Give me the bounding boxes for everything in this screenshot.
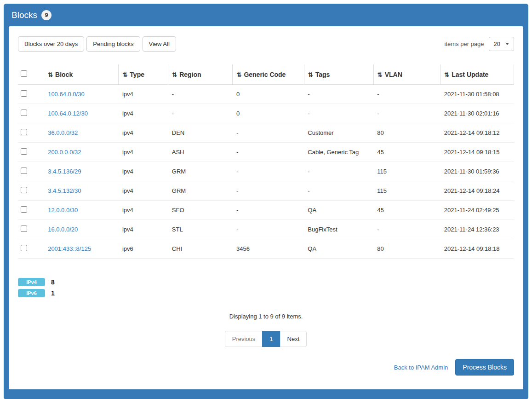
block-link[interactable]: 100.64.0.0/30 [48,91,85,98]
filter-button-pending-blocks[interactable]: Pending blocks [86,36,140,52]
sort-icon: ⇅ [48,71,53,78]
paging-summary: Displaying 1 to 9 of 9 items. [18,313,514,320]
row-checkbox[interactable] [21,168,27,174]
legend-count-ipv4: 8 [51,278,55,286]
sort-icon: ⇅ [172,71,177,78]
column-header-vlan[interactable]: ⇅VLAN [373,64,440,85]
cell-generic-code: 0 [233,104,304,123]
cell-vlan: - [373,104,440,123]
next-page-button[interactable]: Next [280,331,307,347]
cell-region: - [168,104,233,123]
block-link[interactable]: 36.0.0.0/32 [48,129,78,136]
table-row: 16.0.0.0/20ipv4STL-BugFixTest-2021-11-24… [18,220,514,239]
cell-tags: Customer [304,123,373,143]
filter-buttons: Blocks over 20 daysPending blocksView Al… [18,36,178,52]
cell-tags: QA [304,239,373,259]
back-to-ipam-admin-link[interactable]: Back to IPAM Admin [394,364,448,371]
cell-type: ipv6 [119,239,168,259]
process-blocks-button[interactable]: Process Blocks [455,359,514,376]
legend-badge-ipv4: IPv4 [18,278,45,286]
items-per-page-control: items per page 20 [445,37,514,51]
block-link[interactable]: 100.64.0.12/30 [48,110,88,117]
blocks-count-badge: 9 [41,10,51,20]
cell-type: ipv4 [119,220,168,239]
filter-button-view-all[interactable]: View All [143,36,176,52]
cell-tags: - [304,85,373,104]
cell-tags: - [304,181,373,201]
pagination: Previous 1 Next [18,331,514,347]
column-label: Generic Code [244,71,286,78]
row-checkbox-cell [18,162,44,181]
cell-type: ipv4 [119,201,168,220]
cell-block: 200.0.0.0/32 [44,143,119,162]
column-header-type[interactable]: ⇅Type [119,64,168,85]
row-checkbox[interactable] [21,187,27,193]
block-link[interactable]: 200.0.0.0/32 [48,149,81,156]
row-checkbox-cell [18,143,44,162]
column-header-region[interactable]: ⇅Region [168,64,233,85]
table-row: 100.64.0.0/30ipv4-0--2021-11-30 01:58:08 [18,85,514,104]
cell-last-update: 2021-12-14 09:18:24 [440,181,514,201]
row-checkbox[interactable] [21,206,27,213]
cell-vlan: 80 [373,123,440,143]
block-link[interactable]: 2001:433::8/125 [48,245,91,252]
caret-down-icon [505,43,509,45]
row-checkbox[interactable] [21,129,27,135]
cell-generic-code: - [233,220,304,239]
select-all-checkbox[interactable] [21,70,27,77]
column-header-block[interactable]: ⇅Block [44,64,119,85]
cell-last-update: 2021-11-30 02:01:16 [440,104,514,123]
column-header-last-update[interactable]: ⇅Last Update [440,64,514,85]
block-link[interactable]: 16.0.0.0/20 [48,226,78,233]
block-link[interactable]: 3.4.5.136/29 [48,168,81,175]
cell-generic-code: - [233,162,304,181]
page-title: Blocks [11,10,37,20]
cell-block: 100.64.0.0/30 [44,85,119,104]
table-row: 200.0.0.0/32ipv4ASH-Cable, Generic Tag45… [18,143,514,162]
cell-region: CHI [168,239,233,259]
column-label: Region [179,71,201,78]
page-1-button[interactable]: 1 [262,331,280,347]
cell-vlan: - [373,220,440,239]
cell-region: - [168,85,233,104]
cell-type: ipv4 [119,143,168,162]
toolbar: Blocks over 20 daysPending blocksView Al… [18,36,514,52]
cell-type: ipv4 [119,123,168,143]
cell-block: 3.4.5.136/29 [44,162,119,181]
blocks-panel: Blocks 9 Blocks over 20 daysPending bloc… [4,4,528,399]
block-link[interactable]: 12.0.0.0/30 [48,207,78,214]
column-label: Type [130,71,144,78]
cell-vlan: 115 [373,162,440,181]
column-header-generic-code[interactable]: ⇅Generic Code [233,64,304,85]
cell-last-update: 2021-12-14 09:18:12 [440,123,514,143]
cell-block: 2001:433::8/125 [44,239,119,259]
items-per-page-label: items per page [445,40,484,47]
cell-block: 100.64.0.12/30 [44,104,119,123]
column-label: Block [55,71,73,78]
previous-page-button[interactable]: Previous [225,331,263,347]
cell-tags: Cable, Generic Tag [304,143,373,162]
cell-tags: - [304,104,373,123]
row-checkbox[interactable] [21,90,27,97]
row-checkbox[interactable] [21,148,27,155]
table-row: 3.4.5.132/30ipv4GRM--1152021-12-14 09:18… [18,181,514,201]
row-checkbox-cell [18,85,44,104]
cell-generic-code: 0 [233,85,304,104]
cell-type: ipv4 [119,162,168,181]
row-checkbox[interactable] [21,245,27,251]
row-checkbox[interactable] [21,110,27,116]
column-header-tags[interactable]: ⇅Tags [304,64,373,85]
sort-icon: ⇅ [308,71,313,78]
sort-icon: ⇅ [444,71,449,78]
cell-region: DEN [168,123,233,143]
cell-block: 12.0.0.0/30 [44,201,119,220]
filter-button-blocks-over-20-days[interactable]: Blocks over 20 days [18,36,84,52]
block-link[interactable]: 3.4.5.132/30 [48,187,81,194]
panel-header: Blocks 9 [4,4,528,26]
cell-vlan: 80 [373,239,440,259]
cell-block: 3.4.5.132/30 [44,181,119,201]
cell-tags: - [304,162,373,181]
cell-last-update: 2021-11-24 12:36:23 [440,220,514,239]
row-checkbox[interactable] [21,226,27,232]
items-per-page-select[interactable]: 20 [489,37,514,51]
